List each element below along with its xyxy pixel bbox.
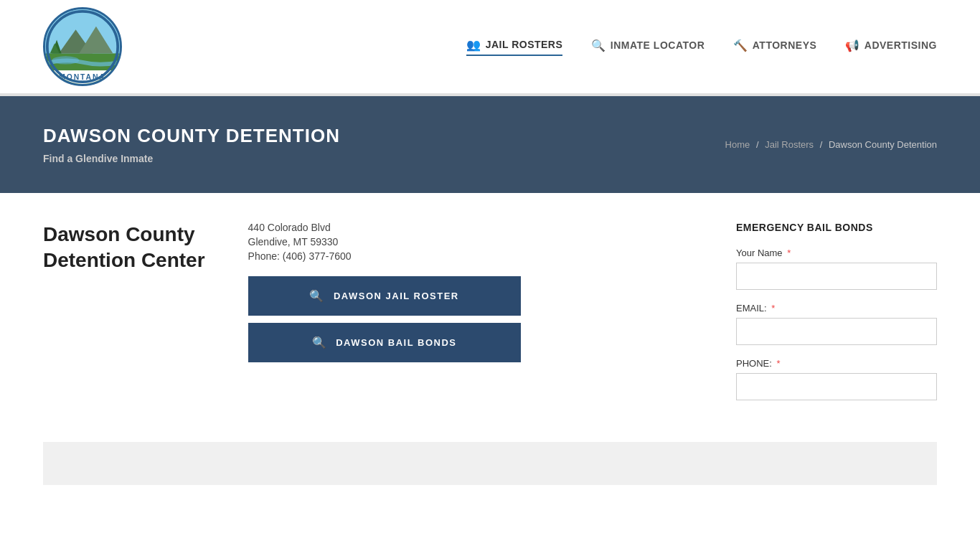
- breadcrumb-home[interactable]: Home: [725, 139, 750, 150]
- name-required: *: [787, 248, 791, 258]
- megaphone-icon: 📢: [845, 39, 860, 52]
- content-area: Dawson County Detention Center 440 Color…: [43, 222, 707, 362]
- hero-left: DAWSON COUNTY DETENTION Find a Glendive …: [43, 125, 340, 164]
- search-icon-1: 🔍: [309, 289, 325, 303]
- site-logo: MONTANA: [43, 7, 122, 86]
- search-icon-2: 🔍: [312, 336, 328, 349]
- hero-banner: DAWSON COUNTY DETENTION Find a Glendive …: [0, 96, 980, 193]
- logo-area: MONTANA: [43, 7, 122, 86]
- form-title: EMERGENCY BAIL BONDS: [736, 222, 937, 233]
- email-label: EMAIL: *: [736, 303, 937, 314]
- people-icon: 👥: [466, 38, 481, 52]
- nav-jail-rosters[interactable]: 👥 JAIL ROSTERS: [466, 38, 562, 56]
- facility-address2: Glendive, MT 59330: [248, 236, 707, 248]
- main-content: Dawson County Detention Center 440 Color…: [0, 193, 980, 442]
- sidebar-form: EMERGENCY BAIL BONDS Your Name * EMAIL: …: [736, 222, 937, 413]
- email-required: *: [771, 303, 775, 314]
- name-input[interactable]: [736, 263, 937, 290]
- gray-section: [43, 442, 937, 485]
- gavel-icon: 🔨: [733, 39, 748, 52]
- breadcrumb-current: Dawson County Detention: [829, 139, 937, 150]
- logo-svg: MONTANA: [45, 9, 120, 84]
- breadcrumb: Home / Jail Rosters / Dawson County Dete…: [725, 139, 937, 150]
- nav-attorneys[interactable]: 🔨 ATTORNEYS: [733, 39, 816, 55]
- jail-roster-button[interactable]: 🔍 DAWSON JAIL ROSTER: [248, 276, 521, 316]
- name-field-group: Your Name *: [736, 248, 937, 290]
- breadcrumb-parent[interactable]: Jail Rosters: [765, 139, 814, 150]
- phone-required: *: [776, 358, 780, 369]
- nav-inmate-locator[interactable]: 🔍 INMATE LOCATOR: [591, 39, 705, 55]
- phone-input[interactable]: [736, 373, 937, 400]
- email-field-group: EMAIL: *: [736, 303, 937, 345]
- name-label: Your Name *: [736, 248, 937, 258]
- facility-details: 440 Colorado Blvd Glendive, MT 59330 Pho…: [248, 222, 707, 362]
- main-nav: 👥 JAIL ROSTERS 🔍 INMATE LOCATOR 🔨 ATTORN…: [466, 38, 937, 56]
- page-subtitle: Find a Glendive Inmate: [43, 153, 340, 164]
- magnifier-icon: 🔍: [591, 39, 606, 52]
- facility-name: Dawson County Detention Center: [43, 222, 220, 274]
- facility-phone: Phone: (406) 377-7600: [248, 250, 707, 262]
- action-buttons: 🔍 DAWSON JAIL ROSTER 🔍 DAWSON BAIL BONDS: [248, 276, 707, 362]
- bail-bonds-button[interactable]: 🔍 DAWSON BAIL BONDS: [248, 323, 521, 362]
- nav-advertising[interactable]: 📢 ADVERTISING: [845, 39, 937, 55]
- phone-field-group: PHONE: *: [736, 358, 937, 400]
- email-input[interactable]: [736, 318, 937, 345]
- site-header: MONTANA 👥 JAIL ROSTERS 🔍 INMATE LOCATOR …: [0, 0, 980, 94]
- page-title: DAWSON COUNTY DETENTION: [43, 125, 340, 147]
- phone-label: PHONE: *: [736, 358, 937, 369]
- facility-address1: 440 Colorado Blvd: [248, 222, 707, 233]
